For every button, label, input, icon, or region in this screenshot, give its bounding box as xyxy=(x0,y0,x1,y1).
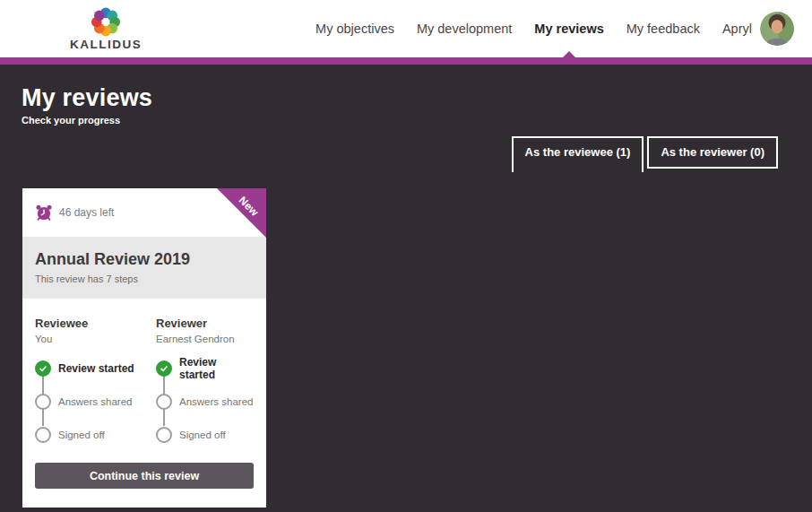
continue-review-button[interactable]: Continue this review xyxy=(35,463,254,489)
role-filter-tabs: As the reviewee (1) As the reviewer (0) xyxy=(512,136,778,172)
user-name: Apryl xyxy=(722,22,752,36)
logo-flower-icon xyxy=(84,7,127,37)
empty-circle-icon xyxy=(35,427,51,443)
avatar[interactable] xyxy=(760,12,794,46)
step-review-started: Review started xyxy=(156,360,254,377)
review-steps-summary: This review has 7 steps xyxy=(35,273,254,284)
top-header: KALLIDUS My objectives My development My… xyxy=(0,0,812,57)
user-menu[interactable]: Apryl xyxy=(722,12,794,46)
step-signed-off: Signed off xyxy=(156,427,254,443)
reviewer-steps: Review started Answers shared Signed off xyxy=(156,360,254,443)
reviewer-column: Reviewer Earnest Gendron Review started … xyxy=(156,317,254,452)
card-top-strip: 46 days left New xyxy=(22,188,266,237)
days-left-label: 46 days left xyxy=(59,206,114,219)
nav-item-my-development[interactable]: My development xyxy=(417,22,512,36)
step-review-started: Review started xyxy=(35,360,156,377)
step-label: Answers shared xyxy=(58,396,132,407)
step-label: Review started xyxy=(58,362,134,375)
card-header: Annual Review 2019 This review has 7 ste… xyxy=(22,237,266,299)
step-answers-shared: Answers shared xyxy=(156,394,254,410)
accent-bar xyxy=(0,57,812,65)
step-signed-off: Signed off xyxy=(35,427,156,443)
new-ribbon xyxy=(217,188,266,238)
alarm-clock-icon xyxy=(35,204,53,221)
role-label: Reviewee xyxy=(35,317,156,330)
active-nav-caret-icon xyxy=(563,51,575,57)
kallidus-logo[interactable]: KALLIDUS xyxy=(70,7,142,51)
reviewee-steps: Review started Answers shared Signed off xyxy=(35,360,156,443)
step-answers-shared: Answers shared xyxy=(35,394,156,410)
page-title: My reviews xyxy=(22,84,152,112)
person-name: You xyxy=(35,334,156,344)
check-circle-icon xyxy=(156,360,172,377)
review-card: 46 days left New Annual Review 2019 This… xyxy=(22,188,266,508)
role-label: Reviewer xyxy=(156,317,254,330)
page-subtitle: Check your progress xyxy=(22,115,152,126)
nav-item-my-reviews[interactable]: My reviews xyxy=(534,22,603,36)
page-head: My reviews Check your progress xyxy=(22,84,152,126)
step-label: Answers shared xyxy=(179,396,253,407)
nav-item-my-feedback[interactable]: My feedback xyxy=(626,22,700,36)
main-nav: My objectives My development My reviews … xyxy=(315,12,794,46)
card-action-row: Continue this review xyxy=(22,452,266,508)
empty-circle-icon xyxy=(156,394,172,410)
step-label: Signed off xyxy=(58,430,105,440)
reviewee-column: Reviewee You Review started Answers shar… xyxy=(35,317,156,452)
empty-circle-icon xyxy=(156,427,172,443)
nav-item-my-objectives[interactable]: My objectives xyxy=(315,22,394,36)
empty-circle-icon xyxy=(35,394,51,410)
check-circle-icon xyxy=(35,360,51,377)
logo-wordmark: KALLIDUS xyxy=(70,38,142,51)
tab-as-reviewer[interactable]: As the reviewer (0) xyxy=(647,136,778,169)
card-body: Reviewee You Review started Answers shar… xyxy=(22,299,266,452)
review-title: Annual Review 2019 xyxy=(35,250,254,269)
step-label: Review started xyxy=(179,356,254,381)
step-label: Signed off xyxy=(179,430,226,440)
person-name: Earnest Gendron xyxy=(156,334,254,344)
main-content: My reviews Check your progress As the re… xyxy=(0,65,812,512)
tab-as-reviewee[interactable]: As the reviewee (1) xyxy=(512,136,644,172)
